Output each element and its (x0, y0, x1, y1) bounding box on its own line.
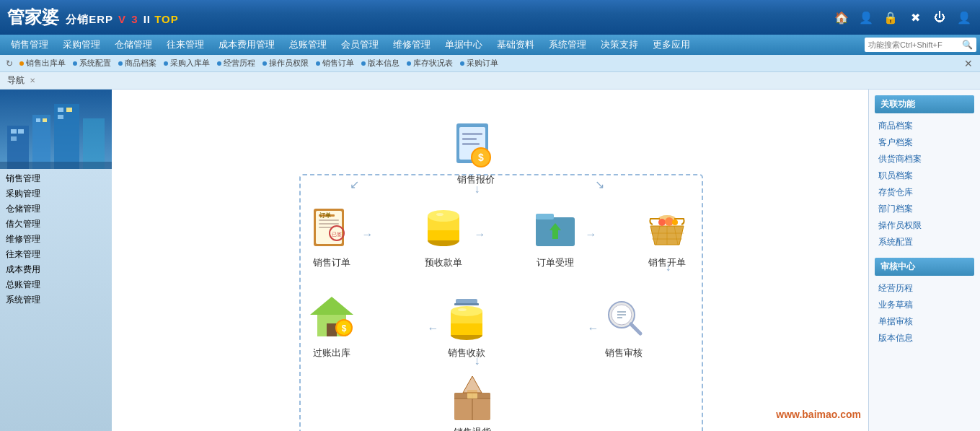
svg-text:订单: 订单 (319, 212, 332, 219)
svg-point-49 (672, 219, 678, 225)
search-input[interactable] (868, 40, 962, 49)
tab-item-3[interactable]: 采购入库单 (161, 58, 213, 69)
panel-link-1-1[interactable]: 业务草稿 (875, 297, 974, 313)
svg-rect-57 (454, 303, 479, 305)
tab-item-0[interactable]: 销售出库单 (17, 58, 69, 69)
tabs-container: 销售出库单系统配置商品档案采购入库单经营历程操作员权限销售订单版本信息库存状况表… (17, 58, 959, 69)
quote-icon: $ (451, 120, 501, 170)
building-illustration (0, 90, 112, 169)
panel-link-0-4[interactable]: 存货仓库 (875, 184, 974, 201)
tab-label-2: 商品档案 (125, 58, 156, 69)
menu-item-系统管理[interactable]: 系统管理 (542, 35, 593, 55)
tab-refresh-icon[interactable]: ↻ (4, 58, 15, 69)
svg-rect-8 (36, 118, 40, 122)
svg-rect-7 (11, 136, 17, 141)
tab-item-4[interactable]: 经营历程 (214, 58, 258, 69)
menu-item-采购管理[interactable]: 采购管理 (56, 35, 107, 55)
account-icon[interactable]: 👤 (955, 9, 973, 26)
panel-link-0-7[interactable]: 系统配置 (875, 234, 974, 251)
panel-section-title-1: 审核中心 (875, 258, 974, 276)
close-icon[interactable]: ✖ (906, 9, 924, 26)
audit-icon (599, 293, 649, 344)
panel-link-1-3[interactable]: 版本信息 (875, 330, 974, 347)
svg-rect-3 (54, 104, 79, 169)
sidebar-item-3[interactable]: 借欠管理 (6, 218, 106, 230)
panel-link-0-2[interactable]: 供货商档案 (875, 151, 974, 167)
prepay-svg (418, 203, 469, 253)
sidebar-item-5[interactable]: 往来管理 (6, 248, 106, 261)
panel-link-0-0[interactable]: 商品档案 (875, 118, 974, 134)
tab-item-5[interactable]: 操作员权限 (260, 58, 312, 69)
flow-node-audit[interactable]: 销售审核 (599, 293, 649, 360)
menu-item-成本费用管理[interactable]: 成本费用管理 (211, 35, 282, 55)
sidebar-item-6[interactable]: 成本费用 (6, 264, 106, 276)
lock-icon[interactable]: 🔒 (882, 9, 899, 26)
flow-node-quote[interactable]: $ 销售报价 (451, 120, 501, 186)
return-label: 销售退货 (454, 426, 491, 432)
menu-item-销售管理[interactable]: 销售管理 (4, 35, 56, 55)
flow-node-prepay[interactable]: 预收款单 (418, 203, 469, 269)
panel-link-0-5[interactable]: 部门档案 (875, 201, 974, 217)
menu-item-单据中心[interactable]: 单据中心 (438, 35, 490, 55)
nav-close-icon[interactable]: ✕ (30, 77, 35, 84)
user-profile-icon[interactable]: 👤 (857, 9, 875, 26)
arrow-audit-left: ← (588, 322, 599, 335)
search-icon[interactable]: 🔍 (962, 40, 973, 50)
tabsbar: ↻ 销售出库单系统配置商品档案采购入库单经营历程操作员权限销售订单版本信息库存状… (0, 55, 980, 72)
flow-node-invoice[interactable]: 销售开单 (642, 203, 692, 269)
tab-close-all[interactable]: ✕ (961, 58, 976, 69)
sidebar-item-2[interactable]: 仓储管理 (6, 203, 106, 215)
sidebar-item-1[interactable]: 采购管理 (6, 188, 106, 200)
menu-item-仓储管理[interactable]: 仓储管理 (107, 35, 159, 55)
svg-text:$: $ (341, 323, 346, 334)
app-logo: 管家婆 分销ERP V 3 II TOP (7, 6, 833, 29)
header-icons: 🏠 👤 🔒 ✖ ⏻ 👤 (833, 9, 973, 26)
home-icon[interactable]: 🏠 (833, 9, 850, 26)
tab-item-1[interactable]: 系统配置 (70, 58, 114, 69)
panel-link-1-0[interactable]: 经营历程 (875, 280, 974, 297)
svg-text:已签: 已签 (332, 232, 342, 237)
tab-item-8[interactable]: 库存状况表 (404, 58, 456, 69)
invoice-svg (642, 203, 692, 253)
panel-link-1-2[interactable]: 单据审核 (875, 313, 974, 330)
flow-node-checkout[interactable]: $ 过账出库 (306, 293, 357, 360)
svg-rect-67 (327, 323, 337, 336)
svg-rect-13 (0, 162, 112, 169)
menu-item-更多应用[interactable]: 更多应用 (645, 35, 697, 55)
flow-node-order[interactable]: 订单 已签 销售订单 (306, 203, 357, 269)
power-icon[interactable]: ⏻ (931, 9, 948, 26)
arrow-quote-down: ↓ (474, 183, 480, 196)
flow-node-return[interactable]: 销售退货 (447, 373, 498, 432)
search-box[interactable]: 🔍 (865, 38, 976, 52)
panel-link-0-1[interactable]: 客户档案 (875, 134, 974, 151)
order-icon: 订单 已签 (306, 203, 357, 253)
sidebar-item-4[interactable]: 维修管理 (6, 233, 106, 245)
flow-node-payment[interactable]: 销售收款 (441, 293, 492, 360)
tab-item-7[interactable]: 版本信息 (358, 58, 402, 69)
svg-rect-39 (536, 214, 554, 219)
sidebar-item-8[interactable]: 系统管理 (6, 294, 106, 306)
sidebar-item-0[interactable]: 销售管理 (6, 173, 106, 185)
panel-link-0-6[interactable]: 操作员权限 (875, 217, 974, 234)
checkout-icon: $ (306, 293, 357, 344)
panel-link-0-3[interactable]: 职员档案 (875, 167, 974, 184)
svg-point-47 (658, 219, 666, 226)
svg-rect-16 (462, 133, 482, 135)
flow-node-receive[interactable]: 订单受理 (530, 203, 581, 269)
menu-item-决策支持[interactable]: 决策支持 (593, 35, 645, 55)
svg-line-55 (631, 324, 640, 334)
sidebar-item-7[interactable]: 总账管理 (6, 279, 106, 291)
menu-item-会员管理[interactable]: 会员管理 (334, 35, 386, 55)
menu-item-总账管理[interactable]: 总账管理 (282, 35, 334, 55)
svg-rect-26 (319, 223, 339, 225)
checkout-label: 过账出库 (313, 347, 350, 360)
menu-item-往来管理[interactable]: 往来管理 (159, 35, 211, 55)
tab-item-6[interactable]: 销售订单 (313, 58, 357, 69)
tab-item-9[interactable]: 采购订单 (457, 58, 501, 69)
watermark: www.baimao.com (776, 409, 861, 420)
svg-point-63 (451, 306, 482, 316)
svg-rect-18 (462, 143, 480, 145)
menu-item-维修管理[interactable]: 维修管理 (386, 35, 438, 55)
tab-item-2[interactable]: 商品档案 (115, 58, 159, 69)
menu-item-基础资料[interactable]: 基础资料 (490, 35, 542, 55)
